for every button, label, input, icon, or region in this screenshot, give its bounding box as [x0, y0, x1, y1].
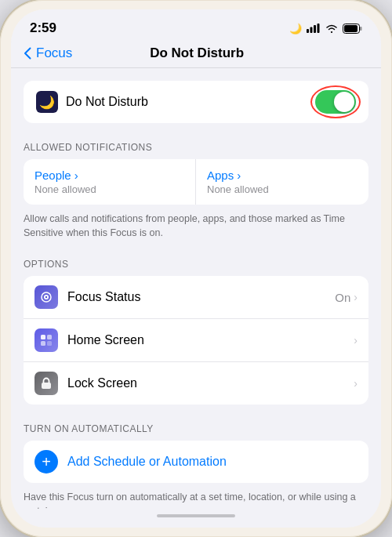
home-bar-line	[157, 514, 235, 517]
apps-cell[interactable]: Apps › None allowed	[196, 159, 368, 205]
lock-screen-row[interactable]: Lock Screen ›	[24, 362, 368, 405]
apps-label: Apps ›	[207, 169, 358, 182]
home-screen-icon	[34, 328, 58, 352]
svg-rect-6	[344, 25, 358, 32]
wifi-icon	[325, 24, 338, 33]
dnd-label: Do Not Disturb	[66, 95, 148, 109]
automation-section: TURN ON AUTOMATICALLY + Add Schedule or …	[11, 423, 381, 509]
people-cell[interactable]: People › None allowed	[24, 159, 196, 205]
add-schedule-label: Add Schedule or Automation	[67, 455, 227, 469]
focus-status-chevron: ›	[354, 291, 358, 303]
notifications-grid: People › None allowed Apps › None allowe…	[24, 159, 368, 205]
notifications-card: People › None allowed Apps › None allowe…	[24, 159, 368, 205]
nav-bar: Focus Do Not Disturb	[11, 39, 381, 68]
svg-rect-13	[47, 341, 52, 346]
notifications-description: Allow calls and notifications from peopl…	[11, 205, 381, 240]
focus-status-icon	[34, 285, 58, 309]
battery-icon	[343, 24, 362, 34]
dnd-row: 🌙 Do Not Disturb	[24, 81, 368, 123]
status-time: 2:59	[30, 20, 56, 36]
svg-rect-10	[41, 335, 45, 339]
dnd-left: 🌙 Do Not Disturb	[36, 91, 148, 113]
svg-rect-2	[314, 25, 316, 33]
back-label: Focus	[36, 45, 72, 61]
apps-sub: None allowed	[207, 183, 358, 195]
home-screen-chevron: ›	[354, 334, 358, 347]
status-bar: 2:59 🌙	[11, 9, 381, 39]
home-screen-row[interactable]: Home Screen ›	[24, 319, 368, 362]
phone-screen: 2:59 🌙	[11, 9, 381, 528]
options-header: OPTIONS	[11, 259, 381, 270]
options-section: OPTIONS Focus Status On ›	[11, 259, 381, 405]
svg-rect-11	[47, 335, 52, 339]
automation-card: + Add Schedule or Automation	[24, 441, 368, 483]
dnd-toggle[interactable]	[315, 90, 356, 114]
add-icon: +	[34, 450, 58, 474]
toggle-knob	[334, 92, 354, 112]
svg-point-9	[45, 296, 47, 298]
options-card: Focus Status On ›	[24, 276, 368, 405]
moon-icon: 🌙	[289, 23, 302, 34]
svg-rect-0	[307, 29, 309, 33]
main-content: 🌙 Do Not Disturb ALLOWED NOTIFICATIONS	[11, 68, 381, 509]
focus-status-label: Focus Status	[67, 290, 335, 304]
allowed-notifications-section: ALLOWED NOTIFICATIONS People › None allo…	[11, 142, 381, 240]
home-screen-label: Home Screen	[67, 333, 354, 347]
svg-rect-3	[318, 24, 320, 33]
lock-screen-chevron: ›	[354, 377, 358, 390]
toggle-wrapper	[315, 90, 356, 114]
lock-screen-label: Lock Screen	[67, 376, 354, 390]
svg-rect-5	[360, 27, 362, 31]
moon-toggle-icon: 🌙	[36, 91, 58, 113]
people-label: People ›	[34, 169, 184, 182]
people-sub: None allowed	[34, 183, 184, 195]
signal-icon	[307, 24, 321, 33]
add-schedule-row[interactable]: + Add Schedule or Automation	[24, 441, 368, 483]
svg-rect-14	[42, 383, 51, 389]
svg-rect-12	[41, 341, 45, 346]
focus-status-row[interactable]: Focus Status On ›	[24, 276, 368, 319]
status-icons: 🌙	[289, 23, 362, 34]
allowed-notifications-header: ALLOWED NOTIFICATIONS	[11, 142, 381, 153]
focus-status-value: On	[335, 291, 350, 304]
nav-title: Do Not Disturb	[72, 45, 321, 61]
automation-header: TURN ON AUTOMATICALLY	[11, 423, 381, 434]
lock-screen-icon	[34, 372, 58, 395]
phone-frame: 2:59 🌙	[0, 0, 392, 537]
home-bar	[11, 509, 381, 528]
svg-rect-1	[310, 27, 313, 34]
back-button[interactable]: Focus	[24, 45, 72, 61]
automation-description: Have this Focus turn on automatically at…	[11, 483, 381, 509]
